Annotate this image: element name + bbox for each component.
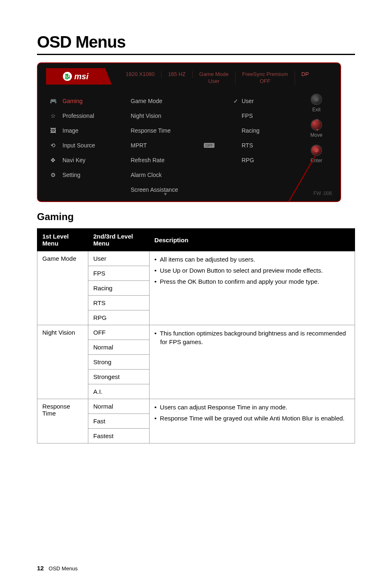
col-header-1st: 1st Level Menu — [37, 229, 88, 251]
option-label: RTS — [242, 142, 253, 149]
submenu-item[interactable]: Night Vision — [131, 108, 227, 123]
status-mode: Game Mode User — [193, 71, 236, 85]
description-cell: This function optimizes background brigh… — [149, 325, 355, 399]
second-level-cell: User — [88, 251, 150, 266]
sidebar-item-image-icon: 🖼 — [49, 127, 57, 134]
submenu-label: Refresh Rate — [131, 157, 164, 163]
submenu-label: Game Mode — [131, 98, 162, 104]
table-row: Game ModeUserAll items can be adjusted b… — [37, 251, 355, 266]
toggle-badge[interactable]: OFF — [204, 143, 214, 148]
sidebar-item-input-source-icon: ⟲ — [49, 142, 57, 149]
status-resolution: 1920 X1080 — [119, 71, 161, 78]
navi-knob-icon — [311, 145, 322, 156]
description-bullet: Use Up or Down Button to select and prev… — [154, 266, 350, 275]
sidebar-item-navi-key-icon: ✥ — [49, 157, 57, 163]
option-item[interactable]: Racing — [233, 123, 293, 138]
hint-move: Move — [293, 119, 340, 138]
menu-label: Professional — [62, 113, 94, 119]
msi-logo: 🐉 msi — [46, 68, 112, 85]
firmware-version: FW .006 — [314, 191, 332, 196]
second-level-cell: Normal — [88, 399, 150, 414]
description-bullet: Users can adjust Response Time in any mo… — [154, 403, 350, 411]
submenu-label: MPRT — [131, 142, 147, 149]
osd-hints-column: Exit Move Enter FW .006 — [293, 90, 340, 201]
option-label: FPS — [242, 113, 253, 119]
option-item[interactable]: RTS — [233, 138, 293, 153]
sidebar-item-image[interactable]: 🖼Image — [49, 123, 120, 138]
description-bullet: This function optimizes background brigh… — [154, 329, 350, 346]
osd-left-column: 🎮Gaming☆Professional🖼Image⟲Input Source✥… — [38, 90, 120, 201]
submenu-label: Alarm Clock — [131, 172, 161, 178]
option-item[interactable]: FPS — [233, 108, 293, 123]
submenu-item[interactable]: MPRTOFF — [131, 138, 227, 153]
second-level-cell: Strong — [88, 355, 150, 370]
osd-screenshot: 🐉 msi 1920 X1080 165 HZ Game Mode User F… — [37, 62, 341, 202]
sidebar-item-gaming-icon: 🎮 — [49, 98, 57, 104]
second-level-cell: RPG — [88, 310, 150, 325]
second-level-cell: A.I. — [88, 384, 150, 399]
second-level-cell: RTS — [88, 296, 150, 310]
page-title: OSD Menus — [37, 33, 355, 55]
first-level-cell: Night Vision — [37, 325, 88, 399]
status-freesync: FreeSync Premium OFF — [235, 71, 295, 85]
submenu-item[interactable]: Refresh Rate — [131, 153, 227, 168]
menu-label: Navi Key — [62, 157, 85, 163]
status-refresh: 165 HZ — [161, 71, 193, 78]
status-bar: 1920 X1080 165 HZ Game Mode User FreeSyn… — [119, 68, 316, 85]
status-input: DP — [295, 71, 316, 78]
osd-body: 🎮Gaming☆Professional🖼Image⟲Input Source✥… — [38, 90, 340, 201]
option-label: User — [242, 98, 254, 104]
osd-header: 🐉 msi 1920 X1080 165 HZ Game Mode User F… — [38, 63, 340, 90]
logo-text: msi — [74, 72, 88, 81]
description-cell: All items can be adjusted by users.Use U… — [149, 251, 355, 325]
description-bullet: Press the OK Button to confirm and apply… — [154, 277, 350, 286]
table-row: Response TimeNormalUsers can adjust Resp… — [37, 399, 355, 414]
footer-label: OSD Menus — [48, 565, 78, 572]
first-level-cell: Response Time — [37, 399, 88, 443]
menu-label: Gaming — [62, 98, 83, 104]
submenu-label: Response Time — [131, 127, 171, 134]
navi-knob-icon — [311, 119, 322, 131]
osd-right-column: ✓UserFPSRacingRTSRPG — [227, 90, 293, 201]
check-icon: ✓ — [233, 98, 239, 104]
option-label: Racing — [242, 127, 260, 134]
description-bullet: All items can be adjusted by users. — [154, 255, 350, 264]
sidebar-item-professional[interactable]: ☆Professional — [49, 108, 120, 123]
sidebar-item-gaming[interactable]: 🎮Gaming — [49, 94, 120, 108]
sidebar-item-setting-icon: ⚙ — [49, 172, 57, 178]
second-level-cell: Fastest — [88, 429, 150, 443]
option-item[interactable]: RPG — [233, 153, 293, 168]
gaming-menu-table: 1st Level Menu 2nd/3rd Level Menu Descri… — [37, 228, 355, 443]
page-number: 12 — [37, 565, 44, 572]
second-level-cell: FPS — [88, 266, 150, 281]
first-level-cell: Game Mode — [37, 251, 88, 325]
table-row: Night VisionOFFThis function optimizes b… — [37, 325, 355, 340]
scroll-down-icon[interactable]: ▾ — [120, 191, 210, 197]
option-item[interactable]: ✓User — [233, 94, 293, 108]
second-level-cell: Racing — [88, 281, 150, 296]
submenu-label: Night Vision — [131, 113, 161, 119]
menu-label: Image — [62, 127, 78, 134]
sidebar-item-setting[interactable]: ⚙Setting — [49, 168, 120, 182]
second-level-cell: Normal — [88, 340, 150, 355]
menu-label: Setting — [62, 172, 81, 178]
description-cell: Users can adjust Response Time in any mo… — [149, 399, 355, 443]
col-header-desc: Description — [149, 229, 355, 251]
navi-knob-icon — [311, 94, 322, 105]
sidebar-item-input-source[interactable]: ⟲Input Source — [49, 138, 120, 153]
osd-mid-column: Game ModeNight VisionResponse TimeMPRTOF… — [120, 90, 227, 201]
menu-label: Input Source — [62, 142, 95, 149]
section-heading: Gaming — [37, 211, 355, 223]
submenu-item[interactable]: Alarm Clock — [131, 168, 227, 182]
second-level-cell: Strongest — [88, 370, 150, 384]
page-footer: 12 OSD Menus — [37, 565, 78, 572]
hint-enter: Enter — [293, 145, 340, 163]
submenu-item[interactable]: Game Mode — [131, 94, 227, 108]
sidebar-item-navi-key[interactable]: ✥Navi Key — [49, 153, 120, 168]
submenu-item[interactable]: Response Time — [131, 123, 227, 138]
second-level-cell: OFF — [88, 325, 150, 340]
sidebar-item-professional-icon: ☆ — [49, 113, 57, 119]
second-level-cell: Fast — [88, 414, 150, 429]
option-label: RPG — [242, 157, 254, 163]
dragon-icon: 🐉 — [63, 72, 72, 81]
